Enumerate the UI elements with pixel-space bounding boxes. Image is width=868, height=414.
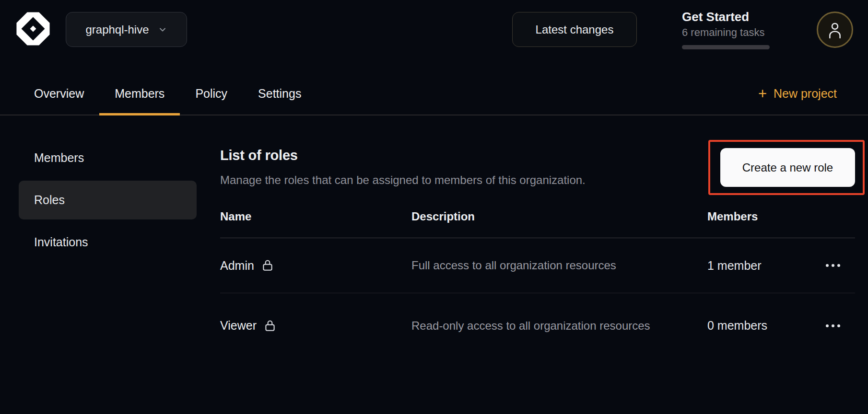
- organization-tabs: Overview Members Policy Settings: [19, 72, 317, 115]
- members-sidebar: Members Roles Invitations: [19, 138, 197, 265]
- plus-icon: +: [758, 86, 767, 101]
- sidebar-item-members[interactable]: Members: [19, 138, 197, 177]
- roles-table-header: Name Description Members: [220, 206, 855, 238]
- organization-selector[interactable]: graphql-hive: [66, 12, 187, 47]
- page-title: List of roles: [220, 148, 700, 163]
- tab-overview[interactable]: Overview: [19, 72, 99, 115]
- table-row-viewer: Viewer Read-only access to all organizat…: [220, 293, 855, 358]
- get-started-title: Get Started: [682, 9, 773, 24]
- sidebar-item-invitations[interactable]: Invitations: [19, 223, 197, 262]
- ellipsis-icon[interactable]: [821, 320, 845, 332]
- roles-table: Name Description Members Admin Full acce…: [220, 206, 855, 358]
- sidebar-item-members-label: Members: [34, 151, 84, 165]
- role-name: Viewer: [220, 319, 257, 333]
- user-avatar[interactable]: [817, 12, 853, 48]
- column-header-members: Members: [707, 210, 810, 223]
- tab-members[interactable]: Members: [99, 72, 180, 115]
- latest-changes-button[interactable]: Latest changes: [512, 12, 637, 47]
- role-name: Admin: [220, 259, 254, 273]
- sidebar-item-invitations-label: Invitations: [34, 235, 88, 249]
- tab-overview-label: Overview: [34, 87, 84, 101]
- create-new-role-button[interactable]: Create a new role: [720, 148, 855, 187]
- role-description: Full access to all organization resource…: [411, 257, 707, 274]
- get-started-remaining-tasks: 6 remaining tasks: [682, 26, 773, 39]
- role-description: Read-only access to all organization res…: [411, 318, 707, 334]
- get-started-widget[interactable]: Get Started 6 remaining tasks: [682, 9, 773, 49]
- tab-policy[interactable]: Policy: [180, 72, 243, 115]
- column-header-name: Name: [220, 210, 411, 223]
- tab-policy-label: Policy: [195, 87, 227, 101]
- hive-logo-icon[interactable]: [16, 10, 50, 48]
- sidebar-item-roles[interactable]: Roles: [19, 181, 197, 219]
- tab-settings-label: Settings: [258, 87, 301, 101]
- tab-settings[interactable]: Settings: [243, 72, 317, 115]
- get-started-progress-bar: [682, 45, 770, 49]
- ellipsis-icon[interactable]: [821, 259, 845, 272]
- chevron-down-icon: [158, 25, 167, 34]
- roles-header: List of roles Manage the roles that can …: [220, 148, 700, 187]
- lock-icon: [264, 319, 276, 333]
- role-member-count: 1 member: [707, 259, 810, 273]
- organization-name: graphql-hive: [85, 23, 149, 36]
- lock-icon: [261, 259, 274, 272]
- role-member-count: 0 members: [707, 319, 810, 333]
- column-header-description: Description: [411, 210, 707, 223]
- new-project-label: New project: [774, 87, 837, 101]
- latest-changes-label: Latest changes: [536, 23, 614, 36]
- new-project-button[interactable]: + New project: [758, 72, 837, 115]
- organization-members-page: graphql-hive Latest changes Get Started …: [0, 0, 868, 414]
- page-subtitle: Manage the roles that can be assigned to…: [220, 173, 700, 187]
- sidebar-item-roles-label: Roles: [34, 193, 65, 207]
- table-row-admin: Admin Full access to all organization re…: [220, 238, 855, 293]
- tab-members-label: Members: [115, 87, 164, 101]
- user-icon: [827, 21, 843, 39]
